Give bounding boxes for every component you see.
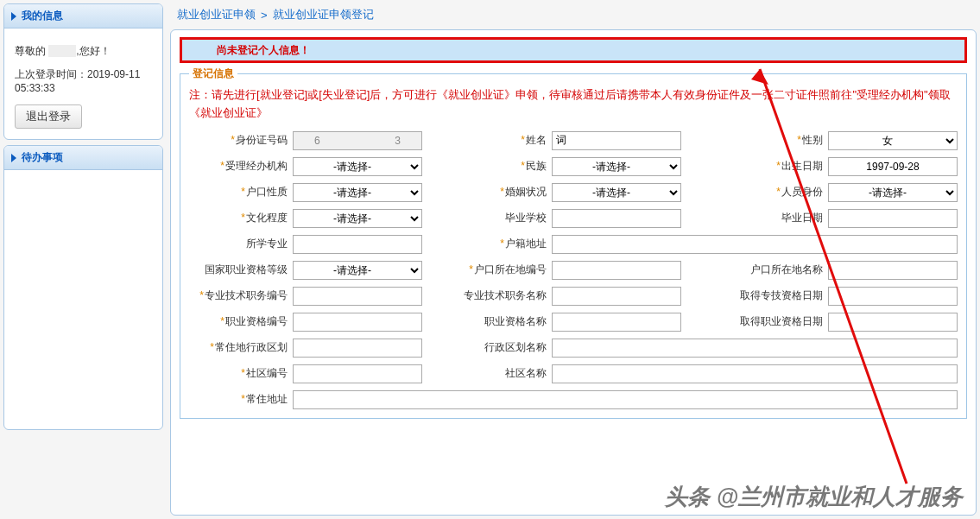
gender-select[interactable]: 女 [828,131,958,150]
label-community-name: 社区名称 [457,366,552,381]
fieldset-legend: 登记信息 [189,66,237,81]
register-fieldset: 登记信息 注：请先进行[就业登记]或[失业登记]后，方可进行《就业创业证》申领，… [180,66,967,419]
hukou-code-input[interactable] [552,261,681,280]
watermark: 头条 @兰州市就业和人才服务 [665,482,963,512]
label-ethnic: 民族 [457,159,552,174]
voc-date-input[interactable] [828,313,958,332]
label-name: 姓名 [457,133,552,148]
ethnic-select[interactable]: -请选择- [552,157,681,176]
grad-school-input[interactable] [552,209,681,228]
label-agency: 受理经办机构 [189,159,293,174]
label-pro-tech-date: 取得专技资格日期 [716,288,828,303]
label-hukou-name: 户口所在地名称 [716,263,828,277]
todo-header: 待办事项 [4,146,162,170]
pro-tech-date-input[interactable] [828,287,958,306]
label-marital: 婚姻状况 [457,185,552,199]
label-res-division: 常住地行政区划 [189,340,293,355]
edu-select[interactable]: -请选择- [293,209,422,228]
label-birth: 出生日期 [716,159,828,174]
breadcrumb: 就业创业证申领 > 就业创业证申领登记 [170,3,977,29]
major-input[interactable] [293,235,422,254]
label-personnel: 人员身份 [716,185,828,199]
logout-button[interactable]: 退出登录 [15,104,82,129]
greeting: 尊敬的 ,您好！ [15,44,152,59]
hukou-name-input[interactable] [828,261,958,280]
res-addr-input[interactable] [293,390,958,409]
label-grad-date: 毕业日期 [716,211,828,225]
agency-select[interactable]: -请选择- [293,157,422,176]
todo-body [4,170,162,429]
myinfo-header: 我的信息 [4,4,162,28]
label-community-code: 社区编号 [189,366,293,381]
chevron-right-icon: > [261,9,268,22]
vocation-level-select[interactable]: -请选择- [293,261,422,280]
label-voc-code: 职业资格编号 [189,314,293,329]
label-pro-tech-code: 专业技术职务编号 [189,288,293,303]
note-text: 注：请先进行[就业登记]或[失业登记]后，方可进行《就业创业证》申领，待审核通过… [189,86,958,123]
last-login: 上次登录时间：2019-09-11 05:33:33 [15,67,152,94]
division-name-input[interactable] [552,339,958,358]
hukou-type-select[interactable]: -请选择- [293,183,422,202]
res-division-input[interactable] [293,339,422,358]
pro-tech-code-input[interactable] [293,287,422,306]
label-hukou-type: 户口性质 [189,185,293,199]
personnel-select[interactable]: -请选择- [828,183,958,202]
voc-code-input[interactable] [293,313,422,332]
community-name-input[interactable] [552,364,958,383]
caret-icon [11,12,16,21]
caret-icon [11,154,16,162]
myinfo-panel: 我的信息 尊敬的 ,您好！ 上次登录时间：2019-09-11 05:33:33… [3,3,163,140]
grad-date-input[interactable] [828,209,958,228]
form-grid: 身份证号码 姓名 性别 女 受理经办机构 -请选择- 民族 -请选择- 出生日期 [189,131,958,409]
label-edu: 文化程度 [189,211,293,225]
label-vocation-level: 国家职业资格等级 [189,263,293,277]
alert-banner: 尚未登记个人信息！ [180,37,967,63]
todo-title: 待办事项 [22,150,63,165]
breadcrumb-step1[interactable]: 就业创业证申领 [177,7,256,22]
label-res-addr: 常住地址 [189,392,293,407]
label-major: 所学专业 [189,237,293,251]
label-voc-name: 职业资格名称 [457,314,552,329]
label-gender: 性别 [716,133,828,148]
birth-input[interactable] [828,157,958,176]
community-code-input[interactable] [293,364,422,383]
pro-tech-name-input[interactable] [552,287,681,306]
hukou-addr-input[interactable] [552,235,958,254]
label-grad-school: 毕业学校 [457,211,552,225]
id-no-input [293,131,422,150]
label-hukou-addr: 户籍地址 [457,237,552,251]
myinfo-title: 我的信息 [22,9,63,23]
breadcrumb-step2[interactable]: 就业创业证申领登记 [273,7,374,22]
todo-panel: 待办事项 [3,145,163,430]
user-name-mask [48,45,76,57]
marital-select[interactable]: -请选择- [552,183,681,202]
label-pro-tech-name: 专业技术职务名称 [457,288,552,303]
label-division-name: 行政区划名称 [457,340,552,355]
label-id-no: 身份证号码 [189,133,293,148]
label-voc-date: 取得职业资格日期 [716,314,828,329]
label-hukou-code: 户口所在地编号 [457,263,552,277]
main-panel: 尚未登记个人信息！ 登记信息 注：请先进行[就业登记]或[失业登记]后，方可进行… [170,29,977,516]
voc-name-input[interactable] [552,313,681,332]
name-input[interactable] [552,131,681,150]
